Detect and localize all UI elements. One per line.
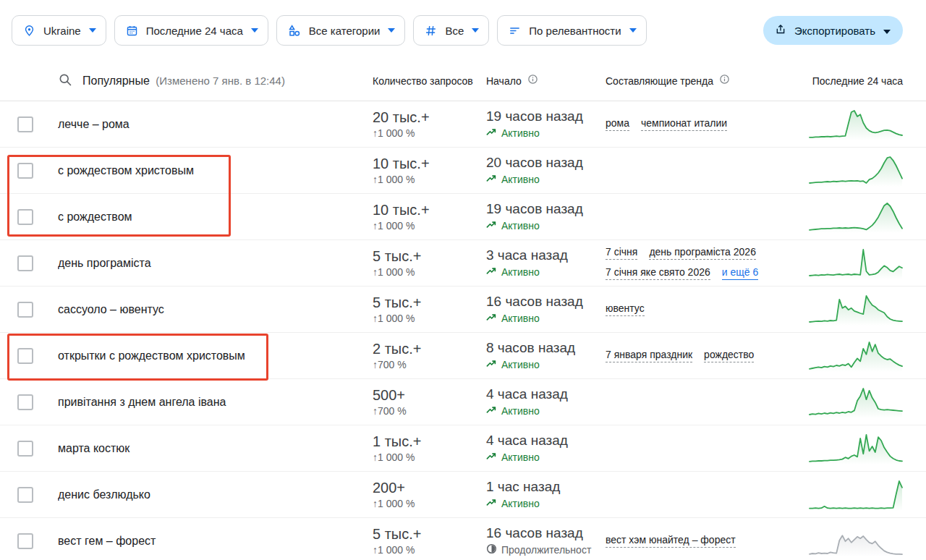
export-button[interactable]: Экспортировать: [763, 16, 903, 45]
started-time: 19 часов назад: [486, 109, 606, 124]
trend-term[interactable]: чемпионат италии: [641, 117, 727, 131]
trend-title[interactable]: вест гем – форест: [58, 535, 156, 548]
volume-change-percent: ↑1 000 %: [373, 174, 486, 185]
shapes-icon: [288, 24, 301, 37]
status-label: Активно: [501, 266, 540, 278]
filter-chip-category[interactable]: Все категории: [276, 15, 406, 46]
trend-term[interactable]: рождество: [704, 349, 754, 362]
trend-breakdown: вест хэм юнайтед – форест: [606, 534, 809, 548]
filter-category-label: Все категории: [309, 25, 381, 37]
trend-title[interactable]: с рождеством христовым: [58, 164, 194, 177]
trend-title[interactable]: день програміста: [58, 257, 151, 270]
filter-chip-sort[interactable]: По релевантности: [497, 15, 646, 46]
search-volume: 10 тыс.+: [373, 202, 486, 218]
search-volume: 10 тыс.+: [373, 156, 486, 171]
row-checkbox[interactable]: [17, 209, 33, 225]
table-row[interactable]: день програміста 5 тыс.+ ↑1 000 % 3 часа…: [0, 240, 926, 287]
trend-term[interactable]: вест хэм юнайтед – форест: [606, 534, 736, 548]
trend-title[interactable]: денис безлюдько: [58, 488, 150, 501]
row-checkbox[interactable]: [17, 163, 33, 179]
filter-chip-trend-status[interactable]: Все: [413, 15, 489, 46]
status-icon: [486, 451, 497, 464]
status-icon: [486, 127, 497, 140]
sparkline-chart: [809, 153, 903, 188]
row-checkbox[interactable]: [17, 302, 33, 318]
filter-chip-timerange[interactable]: Последние 24 часа: [114, 15, 268, 46]
filter-bar: Ukraine Последние 24 часа Все категории …: [0, 0, 926, 61]
info-icon[interactable]: [527, 74, 538, 88]
status-icon: [486, 266, 497, 279]
trend-term[interactable]: ювентус: [606, 302, 645, 316]
search-icon[interactable]: [58, 72, 72, 90]
trend-term[interactable]: 7 января праздник: [606, 349, 692, 362]
trend-title[interactable]: привітання з днем ангела івана: [58, 396, 226, 409]
status-icon: [486, 543, 497, 556]
status-icon: [486, 312, 497, 325]
status-label: Активно: [501, 498, 540, 509]
table-title: Популярные: [82, 75, 150, 87]
trend-title[interactable]: открытки с рождеством христовым: [58, 349, 245, 362]
table-title-updated: (Изменено 7 янв. в 12:44): [156, 75, 285, 87]
location-pin-icon: [23, 25, 35, 37]
table-header: Популярные (Изменено 7 янв. в 12:44) Кол…: [0, 61, 926, 101]
trend-title[interactable]: лечче – рома: [58, 118, 129, 131]
chevron-down-icon: [629, 28, 637, 33]
trend-term[interactable]: 7 січня яке свято 2026: [606, 266, 710, 280]
info-icon[interactable]: [719, 74, 730, 88]
status-label: Активно: [501, 451, 540, 463]
sparkline-chart: [809, 478, 903, 512]
table-row[interactable]: денис безлюдько 200+ ↑1 000 % 1 час наза…: [0, 472, 926, 518]
trend-breakdown: ювентус: [606, 302, 809, 316]
table-row[interactable]: лечче – рома 20 тыс.+ ↑1 000 % 19 часов …: [0, 101, 926, 148]
row-checkbox[interactable]: [17, 255, 33, 271]
table-row[interactable]: марта костюк 1 тыс.+ ↑1 000 % 4 часа наз…: [0, 425, 926, 472]
table-row[interactable]: с рождеством христовым 10 тыс.+ ↑1 000 %…: [0, 148, 926, 194]
filter-trend-status-label: Все: [445, 25, 464, 37]
status-badge: Активно: [486, 497, 606, 510]
search-volume: 500+: [373, 387, 486, 403]
trend-title[interactable]: марта костюк: [58, 442, 129, 455]
started-time: 3 часа назад: [486, 247, 606, 263]
volume-change-percent: ↑1 000 %: [373, 451, 486, 463]
started-time: 19 часов назад: [486, 201, 606, 217]
row-checkbox[interactable]: [17, 394, 33, 410]
started-time: 20 часов назад: [486, 155, 606, 171]
chevron-down-icon: [472, 28, 479, 33]
status-badge: Активно: [486, 127, 606, 140]
status-label: Продолжительност: [501, 544, 591, 556]
sparkline-chart: [809, 200, 903, 234]
volume-change-percent: ↑1 000 %: [373, 266, 486, 278]
table-row[interactable]: с рождеством 10 тыс.+ ↑1 000 % 19 часов …: [0, 194, 926, 240]
row-checkbox[interactable]: [17, 441, 33, 457]
status-label: Активно: [501, 174, 540, 185]
chevron-down-icon: [388, 28, 395, 33]
status-badge: Активно: [486, 266, 606, 279]
sparkline-chart: [809, 385, 903, 420]
trend-term[interactable]: рома: [606, 117, 629, 131]
google-trends-page: Ukraine Последние 24 часа Все категории …: [0, 0, 926, 560]
trend-term[interactable]: 7 січня: [606, 246, 637, 260]
row-checkbox[interactable]: [17, 116, 33, 132]
column-header-trend-breakdown: Составляющие тренда: [606, 75, 713, 87]
chevron-down-icon: [251, 28, 258, 33]
trend-title[interactable]: с рождеством: [58, 211, 132, 224]
trend-term[interactable]: день програміста 2026: [649, 246, 756, 260]
status-badge: Активно: [486, 404, 606, 417]
table-row[interactable]: привітання з днем ангела івана 500+ ↑700…: [0, 379, 926, 425]
volume-change-percent: ↑1 000 %: [373, 313, 486, 324]
filter-chip-region[interactable]: Ukraine: [12, 15, 106, 46]
sparkline-chart: [809, 524, 903, 559]
table-row[interactable]: сассуоло – ювентус 5 тыс.+ ↑1 000 % 16 ч…: [0, 287, 926, 333]
table-row[interactable]: открытки с рождеством христовым 2 тыс.+ …: [0, 333, 926, 379]
calendar-icon: [126, 25, 138, 37]
status-label: Активно: [501, 220, 540, 232]
status-label: Активно: [501, 313, 540, 324]
table-row[interactable]: вест гем – форест 5 тыс.+ ↑1 000 % 16 ча…: [0, 518, 926, 560]
row-checkbox[interactable]: [17, 487, 33, 503]
row-checkbox[interactable]: [17, 348, 33, 364]
row-checkbox[interactable]: [17, 533, 33, 549]
volume-change-percent: ↑700 %: [373, 359, 486, 370]
search-volume: 1 тыс.+: [373, 433, 486, 449]
more-trends-link[interactable]: и ещё 6: [722, 266, 758, 280]
trend-title[interactable]: сассуоло – ювентус: [58, 303, 164, 316]
